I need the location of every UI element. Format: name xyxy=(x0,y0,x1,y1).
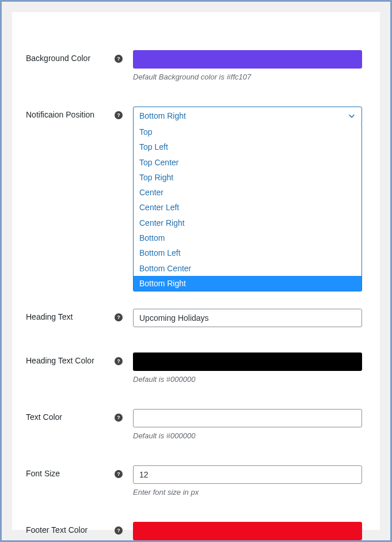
background-color-hint: Default Background color is #ffc107 xyxy=(133,73,371,81)
help-icon[interactable]: ? xyxy=(115,55,123,63)
row-text-color: Text Color ? Default is #000000 xyxy=(18,409,374,440)
option-top[interactable]: Top xyxy=(134,124,361,139)
option-top-right[interactable]: Top Right xyxy=(134,170,361,185)
option-center-left[interactable]: Center Left xyxy=(134,200,361,215)
help-icon[interactable]: ? xyxy=(115,313,123,321)
option-bottom[interactable]: Bottom xyxy=(134,230,361,245)
notification-position-select[interactable]: Bottom Right xyxy=(133,107,362,125)
help-icon[interactable]: ? xyxy=(115,470,123,478)
help-icon[interactable]: ? xyxy=(115,526,123,535)
row-heading-text: Heading Text ? xyxy=(18,309,374,327)
select-value: Bottom Right xyxy=(139,111,186,120)
row-notification-position: Notificaion Position ? Bottom Right Top … xyxy=(18,107,374,291)
help-icon[interactable]: ? xyxy=(115,414,123,422)
option-bottom-center[interactable]: Bottom Center xyxy=(134,261,361,276)
label-background-color: Background Color xyxy=(26,54,90,63)
label-font-size: Font Size xyxy=(26,469,60,478)
font-size-hint: Enter font size in px xyxy=(133,488,371,496)
label-heading-text: Heading Text xyxy=(26,312,73,321)
option-top-center[interactable]: Top Center xyxy=(134,155,361,170)
option-bottom-left[interactable]: Bottom Left xyxy=(134,245,361,260)
help-icon[interactable]: ? xyxy=(115,111,123,119)
heading-text-color-hint: Default is #000000 xyxy=(133,375,371,384)
background-color-swatch[interactable] xyxy=(133,50,362,69)
row-footer-text-color: Footer Text Color ? xyxy=(18,522,374,540)
option-bottom-right[interactable]: Bottom Right xyxy=(134,276,361,291)
row-heading-text-color: Heading Text Color ? Default is #000000 xyxy=(18,353,374,384)
text-color-swatch[interactable] xyxy=(133,409,362,427)
heading-text-input[interactable] xyxy=(133,309,362,327)
help-icon[interactable]: ? xyxy=(115,357,123,365)
notification-position-dropdown: Top Top Left Top Center Top Right Center… xyxy=(133,124,362,291)
row-background-color: Background Color ? Default Background co… xyxy=(18,50,374,81)
label-notification-position: Notificaion Position xyxy=(26,110,94,119)
footer-text-color-swatch[interactable] xyxy=(133,522,362,540)
font-size-input[interactable] xyxy=(133,465,362,484)
option-top-left[interactable]: Top Left xyxy=(134,139,361,154)
option-center-right[interactable]: Center Right xyxy=(134,215,361,230)
settings-panel: Background Color ? Default Background co… xyxy=(12,12,380,530)
option-center[interactable]: Center xyxy=(134,185,361,200)
app-frame: Background Color ? Default Background co… xyxy=(0,0,392,542)
label-footer-text-color: Footer Text Color xyxy=(26,525,87,535)
chevron-down-icon xyxy=(348,112,356,120)
text-color-hint: Default is #000000 xyxy=(133,431,371,440)
row-font-size: Font Size ? Enter font size in px xyxy=(18,465,374,496)
label-text-color: Text Color xyxy=(26,412,62,422)
heading-text-color-swatch[interactable] xyxy=(133,353,362,371)
label-heading-text-color: Heading Text Color xyxy=(26,356,94,365)
